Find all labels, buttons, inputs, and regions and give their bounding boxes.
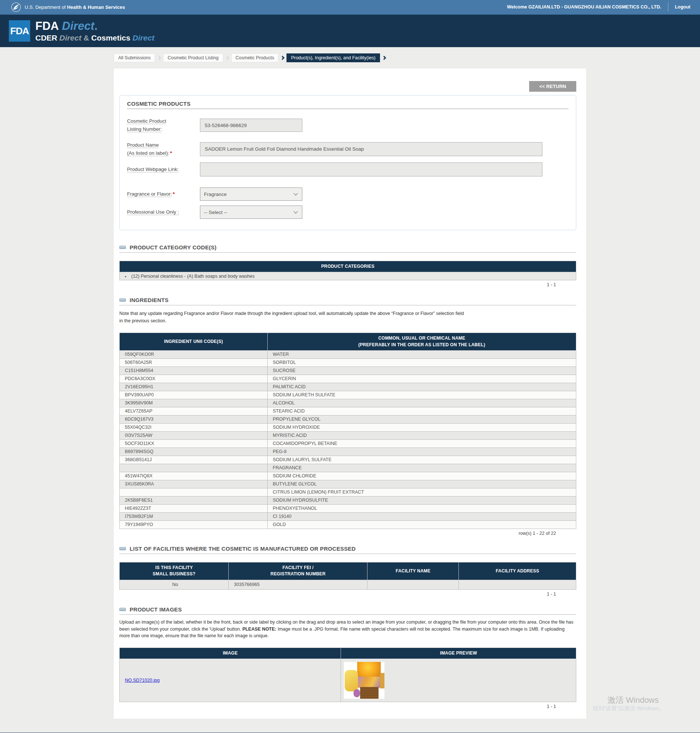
ingredients-table: INGREDIENT UNII CODE(S) COMMON, USUAL OR… [119,333,576,529]
facilities-section: LIST OF FACILITIES WHERE THE COSMETIC IS… [119,546,576,597]
professional-use-select[interactable]: -- Select -- [200,206,302,219]
unii-code-cell: 79Y1949PYO [120,521,268,528]
ingredient-row: 55X04QC32ISODIUM HYDROXIDE [120,423,576,431]
breadcrumb-all-submissions[interactable]: All Submissions [114,53,155,62]
chevron-right-icon [281,56,285,60]
column-header-facility-name: FACILITY NAME [368,562,459,580]
image-preview-cell [341,659,576,702]
unii-code-cell: BPV390UAP0 [120,391,268,399]
ingredient-name-cell: WATER [267,350,576,358]
ingredients-section: INGREDIENTS Note that any update regardi… [119,297,576,536]
webpage-link-field[interactable] [200,162,543,177]
ingredient-row: 368GB5141JSODIUM LAURYL SULFATE [120,456,576,464]
ingredient-name-cell: ALCOHOL [267,399,576,407]
ingredient-name-cell: PHENOXYETHANOL [267,504,576,512]
unii-code-cell: 451W47IQ8X [120,472,268,480]
unii-code-cell: 3XUS85K0RA [120,480,268,488]
divider [668,3,668,12]
unii-code-cell: 6DC9Q167V3 [120,415,268,423]
ingredient-row: HIE492ZZ3TPHENOXYETHANOL [120,504,576,512]
windows-activation-watermark-line1: 激活 Windows [607,695,659,706]
pagination-label: 1 - 1 [119,704,576,709]
unii-code-cell: 059QF0KO0R [120,350,268,358]
collapse-section-icon[interactable] [119,246,126,249]
category-cell: (12) Personal cleanliness - (A) Bath soa… [120,272,576,280]
listing-number-field[interactable] [200,119,302,132]
return-button[interactable]: << RETURN [529,81,576,92]
image-file-link[interactable]: NO.SD71020.jpg [125,678,160,683]
column-header-fei: FACILITY FEI /REGISTRATION NUMBER [229,562,368,580]
unii-code-cell: 2K5B8F6ES1 [120,496,268,504]
logout-link[interactable]: Logout [675,4,690,10]
ingredient-name-cell: PROPYLENE GLYCOL [267,415,576,423]
ingredient-name-cell: PALMITIC ACID [267,383,576,391]
product-images-section: PRODUCT IMAGES Upload an image(s) of the… [119,606,576,709]
hhs-eagle-icon [11,2,21,12]
ingredient-row: 2V16EO95H1PALMITIC ACID [120,383,576,391]
ingredient-row: CITRUS LIMON (LEMON) FRUIT EXTRACT [120,488,576,496]
webpage-link-row: Product Webpage Link: [127,162,569,177]
breadcrumb-cosmetic-products[interactable]: Cosmetic Products [231,53,279,62]
pagination-label: 1 - 1 [119,592,576,597]
product-name-field[interactable] [200,142,543,156]
ingredient-row: C151H8M554SUCROSE [120,366,576,375]
listing-number-row: Cosmetic Product Listing Number: [127,117,569,134]
fda-logo: FDA [9,20,30,42]
collapse-section-icon[interactable] [119,608,126,611]
image-file-cell: NO.SD71020.jpg [120,659,341,702]
ingredient-row: 3K9958V90MALCOHOL [120,399,576,407]
ingredient-name-cell: PEG-8 [267,447,576,456]
ingredients-note: Note that any update regarding Fragrance… [119,310,576,324]
chevron-right-icon [382,56,386,60]
panel-title: COSMETIC PRODUCTS [127,100,569,109]
ingredient-name-cell: CITRUS LIMON (LEMON) FRUIT EXTRACT [267,488,576,496]
page: U.S. Department of Health & Human Servic… [0,0,700,733]
ingredient-name-cell: SODIUM CHLORIDE [267,472,576,480]
unii-code-cell: 506T60A25R [120,358,268,366]
unii-code-cell: 3K9958V90M [120,399,268,407]
ingredient-row: 451W47IQ8XSODIUM CHLORIDE [120,472,576,480]
ingredient-name-cell: STEARIC ACID [267,407,576,415]
unii-code-cell: 2V16EO95H1 [120,383,268,391]
ingredient-name-cell: SUCROSE [267,366,576,375]
facility-address-cell [459,580,576,589]
ingredient-name-cell: SORBITOL [267,358,576,366]
collapse-section-icon[interactable] [119,298,126,302]
ingredient-row: 5OCF3O11KXCOCAMIDOPROPYL BETAINE [120,439,576,447]
app-title-line2: CDER Direct & Cosmetics Direct [35,34,154,42]
unii-code-cell: 368GB5141J [120,456,268,464]
unii-code-cell: 0I3V7S25AW [120,431,268,439]
product-image-thumbnail[interactable] [344,662,384,699]
windows-activation-watermark-line2: 转到“设置”以激活 Windows。 [593,705,665,712]
unii-code-cell: B697894SGQ [120,447,268,456]
unii-code-cell: HIE492ZZ3T [120,504,268,512]
breadcrumb-product-ingredient-facility: Product(s), Ingredient(s), and Facility(… [287,53,379,62]
ingredient-name-cell: SODIUM LAURETH SULFATE [267,391,576,399]
hhs-brand: U.S. Department of Health & Human Servic… [11,2,125,12]
section-title: PRODUCT IMAGES [129,606,182,612]
ingredient-row: 2K5B8F6ES1SODIUM HYDROSULFITE [120,496,576,504]
category-codes-section: PRODUCT CATEGORY CODE(S) PRODUCT CATEGOR… [119,244,576,287]
section-title: LIST OF FACILITIES WHERE THE COSMETIC IS… [129,546,356,552]
ingredient-row: PDC6A3C0OXGLYCERIN [120,375,576,383]
app-title-line1: FDA Direct. [35,20,154,32]
ingredient-name-cell: SODIUM HYDROSULFITE [267,496,576,504]
section-title: PRODUCT CATEGORY CODE(S) [129,244,216,250]
cosmetic-products-panel: COSMETIC PRODUCTS Cosmetic Product Listi… [119,95,576,230]
chevron-right-icon [225,56,229,60]
webpage-link-label: Product Webpage Link: [127,165,200,174]
unii-code-cell: I753WB2F1M [120,512,268,521]
unii-code-cell [120,488,268,496]
collapse-section-icon[interactable] [119,547,126,550]
ingredient-row: 6DC9Q167V3PROPYLENE GLYCOL [120,415,576,423]
ingredient-row: I753WB2F1MCI 19140 [120,512,576,521]
pagination-label: 1 - 1 [119,282,576,287]
fragrance-select[interactable]: Fragrance [200,187,302,201]
ingredient-row: 79Y1949PYOGOLD [120,521,576,528]
pagination-label: row(s) 1 - 22 of 22 [119,531,576,536]
ingredient-row: FRAGRANCE [120,464,576,472]
section-title: INGREDIENTS [129,297,169,303]
fragrance-row: Fragrance or Flavor:* Fragrance [127,187,569,201]
breadcrumb-cosmetic-product-listing[interactable]: Cosmetic Product Listing [163,53,223,62]
facility-name-cell [368,580,459,589]
